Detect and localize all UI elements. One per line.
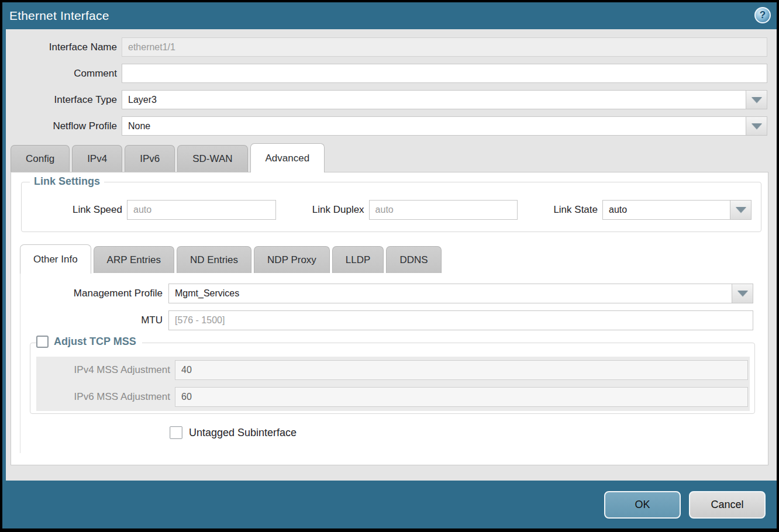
dialog-body: Interface Name Comment Interface Type La… (6, 29, 777, 481)
chevron-down-icon (736, 207, 746, 213)
mtu-field[interactable] (168, 310, 753, 330)
ipv6-mss-label: IPv6 MSS Adjustment (36, 391, 170, 403)
help-icon[interactable]: ? (754, 7, 771, 23)
interface-type-label: Interface Type (6, 94, 117, 106)
link-state-label: Link State (553, 204, 598, 216)
mtu-row: MTU (11, 310, 769, 330)
ipv4-mss-row: IPv4 MSS Adjustment (36, 360, 750, 380)
netflow-profile-value: None (122, 117, 746, 135)
dialog-title: Ethernet Interface (9, 9, 109, 23)
untagged-subinterface-row: Untagged Subinterface (170, 426, 297, 439)
inner-tabstrip: Other Info ARP Entries ND Entries NDP Pr… (20, 244, 442, 273)
tab-other-info[interactable]: Other Info (20, 244, 91, 274)
link-duplex-field[interactable] (369, 200, 518, 220)
management-profile-row: Management Profile Mgmt_Services (11, 284, 769, 303)
ipv6-mss-row: IPv6 MSS Adjustment (36, 387, 750, 407)
cancel-button[interactable]: Cancel (689, 491, 766, 519)
link-duplex-label: Link Duplex (312, 204, 364, 216)
untagged-subinterface-checkbox[interactable] (170, 426, 182, 439)
screen: Ethernet Interface ? Interface Name Comm… (0, 0, 779, 532)
top-form: Interface Name Comment Interface Type La… (6, 29, 777, 136)
management-profile-label: Management Profile (11, 288, 163, 299)
chevron-down-icon (752, 123, 762, 129)
interface-type-dropdown[interactable]: Layer3 (122, 90, 767, 109)
chevron-down-icon (752, 97, 762, 103)
ipv4-mss-field (175, 360, 748, 380)
comment-label: Comment (6, 68, 117, 80)
adjust-tcp-mss-legend-text: Adjust TCP MSS (54, 336, 136, 348)
ethernet-interface-dialog: Ethernet Interface ? Interface Name Comm… (2, 2, 777, 528)
link-settings-fieldset: Link Settings Link Speed Link Duplex Lin… (21, 182, 761, 232)
interface-name-label: Interface Name (6, 42, 117, 53)
mtu-label: MTU (11, 315, 163, 326)
interface-type-value: Layer3 (122, 91, 746, 109)
ipv4-mss-label: IPv4 MSS Adjustment (36, 364, 170, 376)
comment-row: Comment (6, 64, 767, 83)
tab-ipv6[interactable]: IPv6 (125, 145, 175, 172)
management-profile-dropdown[interactable]: Mgmt_Services (168, 284, 753, 303)
link-state-value: auto (603, 201, 730, 219)
interface-name-field (122, 37, 767, 57)
netflow-profile-row: Netflow Profile None (6, 116, 767, 136)
untagged-subinterface-label: Untagged Subinterface (189, 427, 297, 439)
comment-field[interactable] (122, 64, 767, 83)
management-profile-dropdown-button[interactable] (732, 284, 753, 303)
adjust-tcp-mss-legend: Adjust TCP MSS (36, 336, 142, 348)
tab-lldp[interactable]: LLDP (332, 246, 384, 273)
tab-ndp-proxy[interactable]: NDP Proxy (254, 246, 330, 273)
link-state-dropdown-button[interactable] (730, 201, 751, 219)
interface-name-row: Interface Name (6, 37, 767, 57)
chevron-down-icon (737, 291, 748, 296)
link-speed-field[interactable] (127, 200, 276, 220)
link-settings-row: Link Speed Link Duplex Link State auto (22, 182, 761, 232)
tab-sdwan[interactable]: SD-WAN (177, 145, 247, 172)
tab-arp-entries[interactable]: ARP Entries (94, 246, 174, 273)
advanced-tab-panel: Link Settings Link Speed Link Duplex Lin… (11, 172, 768, 465)
tab-ipv4[interactable]: IPv4 (72, 145, 122, 172)
tab-nd-entries[interactable]: ND Entries (177, 246, 251, 273)
interface-type-dropdown-button[interactable] (746, 91, 767, 109)
netflow-profile-label: Netflow Profile (6, 120, 117, 132)
link-speed-label: Link Speed (24, 204, 122, 216)
adjust-tcp-mss-fieldset: Adjust TCP MSS IPv4 MSS Adjustment IPv6 … (30, 343, 755, 414)
interface-type-row: Interface Type Layer3 (6, 90, 767, 109)
tab-advanced[interactable]: Advanced (250, 143, 325, 172)
tab-config[interactable]: Config (11, 145, 70, 172)
dialog-titlebar: Ethernet Interface ? (2, 2, 777, 29)
ok-button[interactable]: OK (604, 491, 681, 519)
adjust-tcp-mss-checkbox[interactable] (36, 336, 49, 348)
main-tabstrip: Config IPv4 IPv6 SD-WAN Advanced (11, 143, 777, 172)
netflow-profile-dropdown-button[interactable] (746, 117, 767, 135)
netflow-profile-dropdown[interactable]: None (122, 116, 767, 136)
mss-disabled-area: IPv4 MSS Adjustment IPv6 MSS Adjustment (36, 357, 750, 411)
dialog-footer: OK Cancel (2, 481, 777, 528)
link-settings-legend: Link Settings (30, 175, 104, 188)
link-state-dropdown[interactable]: auto (602, 200, 752, 220)
tab-ddns[interactable]: DDNS (386, 246, 441, 273)
management-profile-value: Mgmt_Services (169, 284, 732, 303)
ipv6-mss-field (175, 387, 748, 407)
